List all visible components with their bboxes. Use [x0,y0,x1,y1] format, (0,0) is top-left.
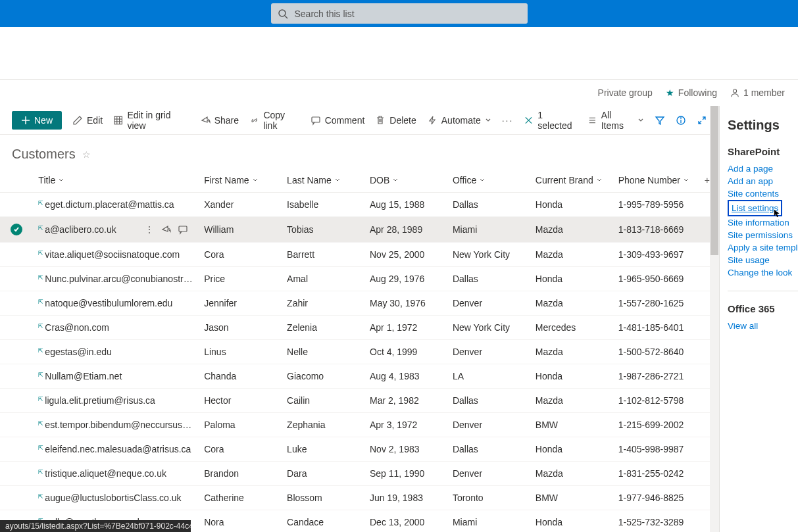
info-button[interactable] [676,115,686,126]
selected-check-icon[interactable] [11,224,22,235]
cell-dob: Apr 1, 1972 [364,316,447,340]
table-row[interactable]: ⇱augue@luctuslobortisClass.co.ukCatherin… [0,486,719,510]
col-phone[interactable]: Phone Number [613,168,699,193]
cursor-icon [773,208,782,218]
comment-button[interactable]: Comment [311,115,365,126]
table-row[interactable]: ⇱est.tempor.bibendum@neccursusa.comPalom… [0,413,719,437]
link-site-contents[interactable]: Site contents [728,187,798,200]
cell-title[interactable]: ⇱tristique.aliquet@neque.co.uk [33,462,199,486]
link-site-info[interactable]: Site information [728,216,798,229]
cell-title[interactable]: ⇱Nunc.pulvinar.arcu@conubianostraper.edu [33,267,199,291]
cell-title[interactable]: ⇱eleifend.nec.malesuada@atrisus.ca [33,437,199,462]
cell-title[interactable]: ⇱natoque@vestibulumlorem.edu [33,291,199,316]
table-row[interactable]: ⇱eget.dictum.placerat@mattis.caXanderIsa… [0,193,719,217]
cell-brand: BMW [530,486,613,510]
new-button[interactable]: New [12,111,62,130]
table-row[interactable]: ⇱tristique.aliquet@neque.co.ukBrandonDar… [0,462,719,486]
chevron-down-icon [683,175,689,185]
table-row[interactable]: ⇱ligula.elit.pretium@risus.caHectorCaili… [0,389,719,413]
link-site-usage[interactable]: Site usage [728,254,798,266]
cell-title[interactable]: ⇱eget.dictum.placerat@mattis.ca [33,193,199,217]
col-select[interactable] [0,168,33,193]
cell-first: William [199,217,282,243]
status-bar: ayouts/15/listedit.aspx?List=%7Be24bf071… [0,520,191,532]
filter-button[interactable] [655,115,665,126]
link-view-all[interactable]: View all [728,320,798,332]
table-row[interactable]: ⇱Cras@non.comJasonZeleniaApr 1, 1972New … [0,316,719,340]
share-icon[interactable] [161,224,171,235]
table-row[interactable]: ⇱natoque@vestibulumlorem.eduJenniferZahi… [0,291,719,316]
cell-title[interactable]: ⇱est.tempor.bibendum@neccursusa.com [33,413,199,437]
info-icon [676,115,686,126]
clear-selection-button[interactable]: 1 selected [524,110,577,131]
col-last-name[interactable]: Last Name [282,168,364,193]
cell-title[interactable]: ⇱a@aclibero.co.uk⋮ [33,217,199,243]
cell-first: Linus [199,340,282,364]
cell-last: Zephania [282,413,364,437]
col-first-name[interactable]: First Name [199,168,282,193]
search-input[interactable]: Search this list [271,3,528,24]
col-title[interactable]: Title [33,168,199,193]
cell-title[interactable]: ⇱vitae.aliquet@sociisnatoque.com [33,243,199,267]
link-add-page[interactable]: Add a page [728,162,798,175]
cell-phone: 1-557-280-1625 [613,291,699,316]
overflow-button[interactable]: ··· [502,115,514,126]
cell-first: Nora [199,510,282,533]
cell-title[interactable]: ⇱ligula.elit.pretium@risus.ca [33,389,199,413]
link-site-permissions[interactable]: Site permissions [728,229,798,241]
link-list-settings[interactable]: List settings [728,200,798,216]
comment-icon[interactable] [178,224,188,235]
cell-first: Jennifer [199,291,282,316]
cell-first: Catherine [199,486,282,510]
svg-point-0 [279,10,286,16]
link-add-app[interactable]: Add an app [728,175,798,187]
share-button[interactable]: Share [200,115,239,126]
edit-button[interactable]: Edit [72,115,103,126]
cell-last: Tobias [282,217,364,243]
row-more-button[interactable]: ⋮ [145,224,154,235]
cell-title[interactable]: ⇱Nullam@Etiam.net [33,364,199,389]
following-button[interactable]: ★ Following [666,87,717,98]
table-row[interactable]: ⇱Nunc.pulvinar.arcu@conubianostraper.edu… [0,267,719,291]
table-row[interactable]: ⇱eleifend.nec.malesuada@atrisus.caCoraLu… [0,437,719,462]
view-switcher-button[interactable]: All Items [587,110,644,131]
search-placeholder: Search this list [295,9,355,19]
link-apply-template[interactable]: Apply a site template [728,241,798,254]
cell-first: Cora [199,437,282,462]
col-office[interactable]: Office [447,168,530,193]
subheader: Private group ★ Following 1 member [0,80,798,106]
cell-dob: Nov 25, 2000 [364,243,447,267]
table-scroll[interactable]: Title First Name Last Name DOB Office Cu… [0,168,719,532]
cell-last: Amal [282,267,364,291]
expand-button[interactable] [697,115,707,126]
new-indicator-icon: ⇱ [38,250,43,256]
group-type: Private group [598,87,653,98]
table-row[interactable]: ⇱a@aclibero.co.uk⋮WilliamTobiasApr 28, 1… [0,217,719,243]
cell-office: Miami [447,510,530,533]
vertical-scrollbar[interactable] [710,106,719,532]
delete-button[interactable]: Delete [375,115,416,126]
link-change-look[interactable]: Change the look [728,266,798,279]
cell-brand: Mazda [530,340,613,364]
copy-link-button[interactable]: Copy link [249,110,300,131]
new-indicator-icon: ⇱ [38,274,43,281]
col-brand[interactable]: Current Brand [530,168,613,193]
grid-view-button[interactable]: Edit in grid view [113,110,189,131]
scrollbar-thumb[interactable] [711,106,718,255]
cell-first: Price [199,267,282,291]
table-row[interactable]: ⇱vitae.aliquet@sociisnatoque.comCoraBarr… [0,243,719,267]
members-button[interactable]: 1 member [730,87,785,98]
suite-bar: Search this list [0,0,798,27]
col-dob[interactable]: DOB [364,168,447,193]
cell-dob: Apr 28, 1989 [364,217,447,243]
favorite-button[interactable]: ☆ [82,149,91,160]
cell-title[interactable]: ⇱augue@luctuslobortisClass.co.uk [33,486,199,510]
automate-button[interactable]: Automate [427,115,491,126]
new-indicator-icon: ⇱ [38,299,43,305]
cell-title[interactable]: ⇱egestas@in.edu [33,340,199,364]
table-row[interactable]: ⇱egestas@in.eduLinusNelleOct 4, 1999Denv… [0,340,719,364]
cell-brand: Mazda [530,291,613,316]
cell-title[interactable]: ⇱Cras@non.com [33,316,199,340]
table-row[interactable]: ⇱Nullam@Etiam.netChandaGiacomoAug 4, 198… [0,364,719,389]
cell-office: Dallas [447,193,530,217]
